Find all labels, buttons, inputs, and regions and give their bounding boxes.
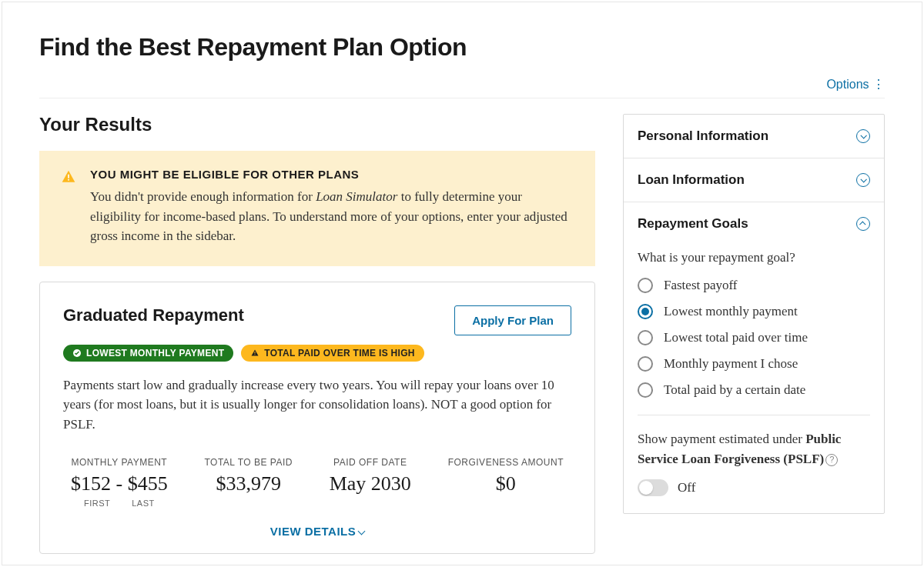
radio-button-icon <box>638 278 653 293</box>
lowest-payment-badge: LOWEST MONTHLY PAYMENT <box>63 345 233 362</box>
repayment-goals-body: What is your repayment goal? Fastest pay… <box>624 245 884 513</box>
goal-radio-option[interactable]: Lowest monthly payment <box>638 304 870 319</box>
apply-for-plan-button[interactable]: Apply For Plan <box>454 305 571 335</box>
help-icon[interactable]: ? <box>825 454 838 466</box>
metric-sublabels: FIRSTLAST <box>71 499 168 508</box>
metric-paid-off-date: PAID OFF DATE May 2030 <box>330 457 411 508</box>
metric-monthly-payment: MONTHLY PAYMENT $152 - $455 FIRSTLAST <box>71 457 168 508</box>
goal-radio-option[interactable]: Total paid by a certain date <box>638 382 870 398</box>
goal-radio-option[interactable]: Monthly payment I chose <box>638 356 870 372</box>
goal-radio-group: Fastest payoffLowest monthly paymentLowe… <box>638 278 870 398</box>
sidebar: Personal Information Loan Information Re… <box>623 114 885 554</box>
goal-radio-option[interactable]: Fastest payoff <box>638 278 870 293</box>
warning-icon <box>250 349 259 358</box>
alert-title: YOU MIGHT BE ELIGIBLE FOR OTHER PLANS <box>90 168 574 181</box>
plan-card: Graduated Repayment Apply For Plan LOWES… <box>39 282 595 555</box>
accordion-repayment-goals[interactable]: Repayment Goals <box>624 202 884 245</box>
radio-label: Lowest total paid over time <box>664 330 808 345</box>
view-details-button[interactable]: VIEW DETAILS <box>63 525 571 538</box>
radio-button-icon <box>638 330 653 345</box>
svg-rect-0 <box>68 175 69 178</box>
metric-label: TOTAL TO BE PAID <box>204 457 292 468</box>
options-dots-icon: ⋮ <box>872 78 885 91</box>
metric-label: FORGIVENESS AMOUNT <box>448 457 564 468</box>
metric-total-paid: TOTAL TO BE PAID $33,979 <box>204 457 292 508</box>
metric-forgiveness: FORGIVENESS AMOUNT $0 <box>448 457 564 508</box>
metric-value: $33,979 <box>204 472 292 495</box>
plan-description: Payments start low and gradually increas… <box>63 375 571 435</box>
options-link[interactable]: Options ⋮ <box>2 77 922 98</box>
goal-question: What is your repayment goal? <box>638 250 870 265</box>
metric-value: $0 <box>448 472 564 495</box>
radio-button-icon <box>638 304 653 319</box>
warning-icon <box>61 168 76 246</box>
toggle-state-label: Off <box>678 480 695 495</box>
results-title: Your Results <box>39 114 595 135</box>
svg-rect-3 <box>255 352 256 354</box>
pslf-text: Show payment estimated under Public Serv… <box>638 429 870 469</box>
metric-value: May 2030 <box>330 472 411 495</box>
svg-rect-4 <box>255 354 256 355</box>
alert-body: You didn't provide enough information fo… <box>90 187 574 246</box>
chevron-down-icon <box>358 528 366 535</box>
radio-label: Monthly payment I chose <box>664 356 798 372</box>
radio-button-icon <box>638 382 653 398</box>
radio-button-icon <box>638 356 653 372</box>
goal-radio-option[interactable]: Lowest total paid over time <box>638 330 870 345</box>
sidebar-divider <box>638 415 870 415</box>
metric-label: MONTHLY PAYMENT <box>71 457 168 468</box>
pslf-toggle[interactable] <box>638 479 668 496</box>
accordion-title: Personal Information <box>638 128 768 144</box>
metric-label: PAID OFF DATE <box>330 457 411 468</box>
chevron-up-icon <box>856 217 870 231</box>
accordion-personal-information[interactable]: Personal Information <box>624 115 884 158</box>
radio-label: Total paid by a certain date <box>664 382 805 398</box>
plan-title: Graduated Repayment <box>63 305 244 325</box>
eligibility-alert: YOU MIGHT BE ELIGIBLE FOR OTHER PLANS Yo… <box>39 151 595 266</box>
check-circle-icon <box>72 349 82 358</box>
metric-value: $152 - $455 <box>71 472 168 495</box>
accordion-title: Repayment Goals <box>638 216 748 232</box>
accordion-title: Loan Information <box>638 172 745 188</box>
chevron-down-icon <box>856 129 870 143</box>
radio-label: Lowest monthly payment <box>664 304 798 319</box>
svg-rect-1 <box>68 179 69 181</box>
chevron-down-icon <box>856 173 870 187</box>
accordion-loan-information[interactable]: Loan Information <box>624 158 884 202</box>
radio-label: Fastest payoff <box>664 278 738 293</box>
options-label: Options <box>826 78 869 91</box>
high-total-badge: TOTAL PAID OVER TIME IS HIGH <box>241 345 424 362</box>
page-title: Find the Best Repayment Plan Option <box>39 33 885 62</box>
main-column: Your Results YOU MIGHT BE ELIGIBLE FOR O… <box>39 114 595 554</box>
